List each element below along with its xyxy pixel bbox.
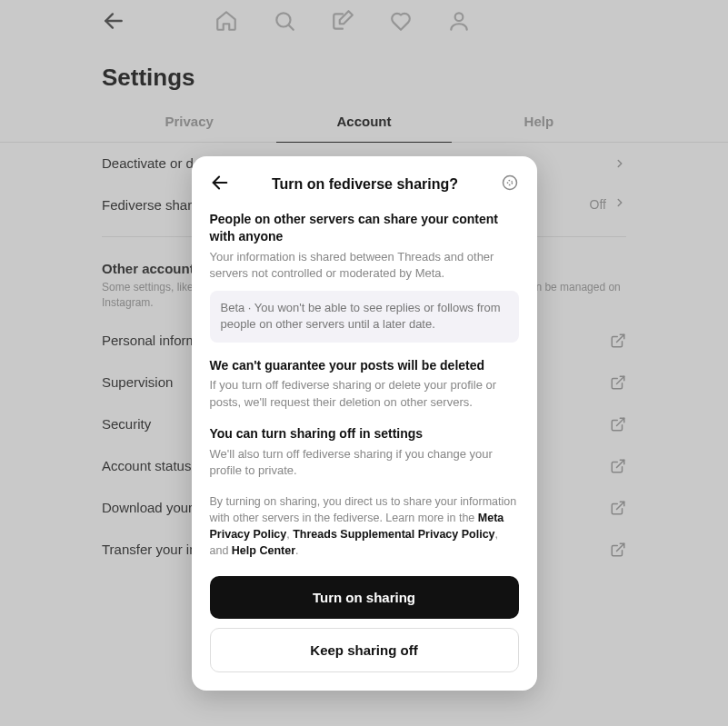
svg-point-12	[507, 181, 512, 185]
beta-notice: Beta · You won't be able to see replies …	[210, 291, 519, 342]
modal-text-2: If you turn off fediverse sharing or del…	[210, 377, 519, 410]
modal-text-3: We'll also turn off fediverse sharing if…	[210, 446, 519, 479]
modal-heading-2: We can't guarantee your posts will be de…	[210, 357, 519, 374]
fediverse-icon	[501, 174, 519, 195]
svg-point-11	[503, 176, 516, 190]
modal-title: Turn on fediverse sharing?	[230, 176, 501, 193]
fediverse-sharing-modal: Turn on fediverse sharing? People on oth…	[192, 156, 537, 691]
keep-sharing-off-button[interactable]: Keep sharing off	[210, 628, 519, 672]
disclaimer-text: By turning on sharing, you direct us to …	[210, 495, 517, 524]
modal-back-icon[interactable]	[210, 173, 230, 196]
link-help-center[interactable]: Help Center	[232, 544, 295, 557]
modal-overlay[interactable]: Turn on fediverse sharing? People on oth…	[0, 0, 728, 726]
link-threads-supplemental-policy[interactable]: Threads Supplemental Privacy Policy	[293, 528, 494, 541]
modal-text-1: Your information is shared between Threa…	[210, 249, 519, 282]
modal-heading-3: You can turn sharing off in settings	[210, 425, 519, 443]
modal-disclaimer: By turning on sharing, you direct us to …	[210, 493, 519, 560]
turn-on-sharing-button[interactable]: Turn on sharing	[210, 576, 519, 619]
modal-heading-1: People on other servers can share your c…	[210, 211, 519, 245]
